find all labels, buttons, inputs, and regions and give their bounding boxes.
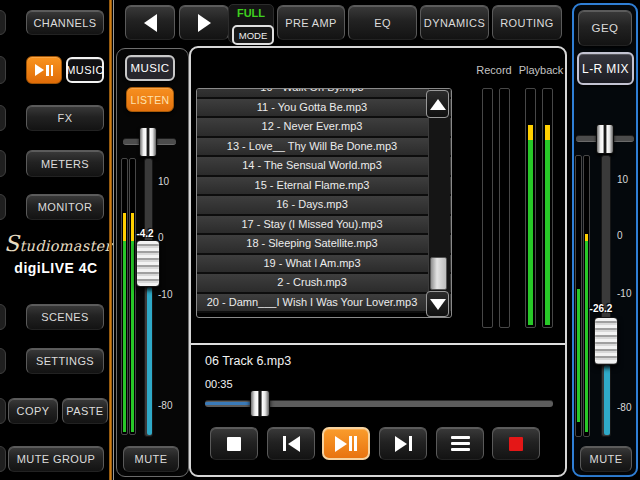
sidebar-item-meters[interactable]: METERS [26,150,104,177]
mute-group-button[interactable]: MUTE GROUP [8,446,104,472]
sidebar-item-music[interactable]: MUSIC [66,57,104,83]
tab-routing[interactable]: ROUTING [492,5,562,40]
scroll-down-button[interactable] [426,291,449,317]
play-pause-icon [35,64,53,76]
list-icon [451,436,470,451]
master-mute-button[interactable]: MUTE [580,446,632,472]
master-pan-handle[interactable] [596,124,614,154]
mixer-app: CHANNELS MUSIC FX METERS MONITOR Studiom… [0,0,640,480]
previous-track-button[interactable] [267,427,315,460]
playback-meter-right [542,88,553,328]
full-label: FULL [229,7,273,19]
scale-tick-label: -80 [617,402,631,413]
current-track-title: 06 Track 6.mp3 [205,354,291,368]
offscreen-button-stub [0,446,6,472]
offscreen-button-stub [0,398,6,424]
scale-tick-label: -10 [158,289,172,300]
record-button[interactable] [492,427,540,460]
brand-model: digiLIVE 4C [4,260,108,276]
meter-fill-green [585,241,588,432]
playlist-item[interactable]: 18 - Sleeping Satellite.mp3 [197,235,451,255]
playlist-item[interactable]: 17 - Stay (I Missed You).mp3 [197,216,451,236]
offscreen-button-stub [0,150,6,177]
offscreen-button-stub [0,304,6,330]
offscreen-button-stub [0,105,6,131]
playlist-rows: 10 - Walk On By.mp311 - You Gotta Be.mp3… [197,88,451,313]
copy-button[interactable]: COPY [8,398,58,424]
playlist-item[interactable]: 15 - Eternal Flame.mp3 [197,177,451,197]
sidebar-item-monitor[interactable]: MONITOR [26,194,104,220]
seek-bar-handle[interactable] [250,390,270,417]
music-fader-value: -4.2 [130,228,160,239]
music-play-toggle-button[interactable] [26,56,62,84]
scroll-down-icon [430,299,446,310]
playlist-item[interactable]: 10 - Walk On By.mp3 [197,88,451,99]
playlist: 10 - Walk On By.mp311 - You Gotta Be.mp3… [196,88,452,318]
tab-pre-amp[interactable]: PRE AMP [277,5,345,40]
master-meter-left [575,155,582,437]
scale-tick-label: -80 [158,400,172,411]
meter-fill-green [545,140,550,325]
music-mute-button[interactable]: MUTE [123,446,179,472]
playlist-item[interactable]: 19 - What I Am.mp3 [197,255,451,275]
sidebar-item-settings[interactable]: SETTINGS [26,348,104,374]
playlist-item[interactable]: 16 - Days.mp3 [197,196,451,216]
music-fader-track-active [147,287,152,435]
offscreen-button-stub [0,348,6,374]
playlist-item[interactable]: 14 - The Sensual World.mp3 [197,157,451,177]
meter-fill-green [131,241,134,432]
scroll-up-icon [430,99,446,110]
meter-fill-yellow [123,213,126,241]
offscreen-button-stub [0,194,6,220]
playlist-menu-button[interactable] [436,427,484,460]
playlist-item[interactable]: 20 - Damn___I Wish I Was Your Lover.mp3 [197,294,451,314]
next-track-button[interactable] [379,427,427,460]
playlist-item[interactable]: 2 - Crush.mp3 [197,274,451,294]
sidebar-item-fx[interactable]: FX [26,105,104,131]
playlist-item[interactable]: 11 - You Gotta Be.mp3 [197,99,451,119]
scale-tick-label: 10 [158,176,169,187]
record-label: Record [471,64,517,76]
offscreen-button-stub [0,10,6,35]
master-fader-track[interactable] [601,155,611,437]
record-icon [509,437,523,451]
master-fader-scale: 100-10-80 [617,0,639,480]
arrow-right-icon [198,14,211,32]
next-track-icon [395,436,412,452]
meter-fill-green [577,289,580,422]
playlist-item[interactable]: 13 - Love__ Thy Will Be Done.mp3 [197,138,451,158]
play-pause-button[interactable] [322,427,370,460]
page-right-button[interactable] [179,5,229,40]
playlist-item[interactable]: 12 - Never Ever.mp3 [197,118,451,138]
stop-icon [227,437,241,451]
meter-fill-yellow [585,234,588,241]
playback-label: Playback [513,64,569,76]
scale-tick-label: 0 [617,230,623,241]
music-pan-handle[interactable] [139,127,157,157]
meter-fill-yellow [545,125,550,140]
sidebar-item-channels[interactable]: CHANNELS [26,10,104,35]
music-meter-right [129,158,136,435]
mode-button[interactable]: MODE [232,25,274,45]
stop-button[interactable] [210,427,258,460]
brand-name: Studiomaster [4,231,108,256]
sidebar-item-scenes[interactable]: SCENES [26,304,104,330]
playback-meter-left [525,88,536,328]
tab-dynamics[interactable]: DYNAMICS [420,5,489,40]
play-pause-icon [335,436,357,452]
music-fader-handle[interactable] [136,240,160,287]
scroll-up-button[interactable] [426,90,449,118]
master-fader-track-active [604,365,610,435]
music-fader-track[interactable] [144,158,153,437]
tab-eq[interactable]: EQ [348,5,417,40]
sidebar-divider-line [113,0,114,480]
paste-button[interactable]: PASTE [62,398,108,424]
master-fader-value: -26.2 [584,303,618,314]
playlist-scrollbar-thumb[interactable] [430,257,447,290]
scale-tick-label: -10 [617,288,631,299]
music-meter-left [121,158,128,435]
music-fader-scale: 100-10-80 [158,0,180,480]
scale-tick-label: 10 [617,174,628,185]
record-meter-right [499,88,510,328]
master-fader-handle[interactable] [594,317,618,365]
